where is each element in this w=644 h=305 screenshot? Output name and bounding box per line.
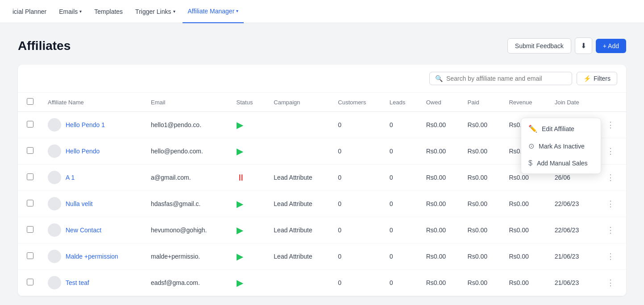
actions-cell: ⋮ — [594, 243, 626, 270]
row-checkbox[interactable] — [27, 279, 33, 285]
select-all-checkbox[interactable] — [27, 98, 33, 105]
context-menu-mark-inactive[interactable]: ⊙ Mark As Inactive — [521, 137, 601, 155]
row-checkbox[interactable] — [27, 252, 33, 259]
customers-cell: 0 — [331, 138, 382, 165]
status-cell: ▶ — [229, 138, 267, 165]
emails-chevron-icon: ▾ — [79, 9, 82, 14]
campaign-cell — [266, 112, 331, 138]
search-icon: 🔍 — [435, 75, 443, 82]
col-header-owed: Owed — [419, 93, 461, 112]
col-header-paid: Paid — [461, 93, 502, 112]
status-cell: ⏸ — [229, 165, 267, 191]
context-menu-add-sales[interactable]: $ Add Manual Sales — [521, 155, 601, 172]
paid-cell: Rs0.00 — [461, 138, 502, 165]
trigger-links-chevron-icon: ▾ — [173, 9, 175, 14]
table-toolbar: 🔍 ⚡ Filters — [18, 65, 626, 93]
table-wrapper: Affiliate Name Email Status Campaign Cus… — [18, 93, 626, 296]
revenue-cell: Rs0.00 — [502, 243, 547, 270]
nav-item-affiliate-manager[interactable]: Affiliate Manager ▾ — [183, 0, 244, 23]
revenue-cell: Rs0.00 — [502, 191, 547, 217]
owed-cell: Rs0.00 — [419, 270, 461, 296]
row-checkbox-cell — [18, 243, 41, 270]
col-header-join-date: Join Date — [548, 93, 595, 112]
leads-cell: 0 — [382, 191, 419, 217]
affiliate-name-link[interactable]: Hello Pendo 1 — [66, 121, 105, 128]
status-cell: ▶ — [229, 243, 267, 270]
customers-cell: 0 — [331, 112, 382, 138]
row-checkbox[interactable] — [27, 147, 33, 154]
avatar — [48, 250, 61, 263]
search-input[interactable] — [446, 75, 566, 82]
campaign-cell: Lead Attribute — [266, 243, 331, 270]
download-button[interactable]: ⬇ — [575, 37, 592, 54]
search-box[interactable]: 🔍 — [429, 72, 572, 85]
affiliate-name-link[interactable]: A 1 — [66, 174, 75, 181]
email-cell: eadsf@gma.com. — [144, 270, 229, 296]
context-menu: ✏️ Edit Affiliate ⊙ Mark As Inactive $ A… — [521, 118, 601, 174]
status-active-icon: ▶ — [237, 199, 243, 209]
status-cell: ▶ — [229, 217, 267, 243]
row-menu-button[interactable]: ⋮ — [602, 251, 619, 262]
status-active-icon: ▶ — [237, 278, 243, 288]
join-date-cell: 22/06/23 — [548, 191, 595, 217]
filters-button[interactable]: ⚡ Filters — [577, 72, 617, 85]
table-row: New Contact hevumono@gohigh. ▶ Lead Attr… — [18, 217, 626, 243]
download-icon: ⬇ — [581, 42, 586, 49]
paid-cell: Rs0.00 — [461, 112, 502, 138]
owed-cell: Rs0.00 — [419, 165, 461, 191]
status-cell: ▶ — [229, 270, 267, 296]
submit-feedback-button[interactable]: Submit Feedback — [507, 38, 571, 54]
affiliate-name-link[interactable]: Hello Pendo — [66, 148, 100, 155]
status-cell: ▶ — [229, 112, 267, 138]
affiliate-name-link[interactable]: New Contact — [66, 227, 101, 234]
nav-item-templates[interactable]: Templates — [89, 0, 128, 23]
col-header-affiliate-name: Affiliate Name — [41, 93, 144, 112]
affiliate-name-cell: A 1 — [41, 165, 144, 191]
filter-icon: ⚡ — [583, 75, 591, 82]
nav-item-social-planner[interactable]: icial Planner — [7, 0, 52, 23]
nav-item-trigger-links[interactable]: Trigger Links ▾ — [130, 0, 180, 23]
email-cell: hello1@pendo.co. — [144, 112, 229, 138]
row-checkbox[interactable] — [27, 173, 33, 180]
col-header-email: Email — [144, 93, 229, 112]
paid-cell: Rs0.00 — [461, 243, 502, 270]
status-paused-icon: ⏸ — [237, 173, 245, 182]
affiliate-name-cell: Hello Pendo — [41, 138, 144, 165]
revenue-cell: Rs0.00 — [502, 270, 547, 296]
add-sales-icon: $ — [528, 159, 532, 167]
status-cell: ▶ — [229, 191, 267, 217]
col-header-leads: Leads — [382, 93, 419, 112]
row-menu-button[interactable]: ⋮ — [602, 198, 619, 210]
top-nav: icial Planner Emails ▾ Templates Trigger… — [0, 0, 644, 23]
row-menu-button[interactable]: ⋮ — [602, 224, 619, 236]
status-active-icon: ▶ — [237, 120, 243, 130]
nav-item-emails[interactable]: Emails ▾ — [54, 0, 87, 23]
paid-cell: Rs0.00 — [461, 191, 502, 217]
row-menu-button[interactable]: ⋮ — [602, 277, 619, 289]
campaign-cell — [266, 138, 331, 165]
row-checkbox-cell — [18, 112, 41, 138]
context-menu-edit[interactable]: ✏️ Edit Affiliate — [521, 120, 601, 137]
table-header: Affiliate Name Email Status Campaign Cus… — [18, 93, 626, 112]
col-header-campaign: Campaign — [266, 93, 331, 112]
owed-cell: Rs0.00 — [419, 243, 461, 270]
affiliate-name-link[interactable]: Test teaf — [66, 279, 89, 286]
affiliate-name-link[interactable]: Malde +permission — [66, 253, 118, 260]
row-menu-button[interactable]: ⋮ — [602, 172, 619, 183]
row-menu-button[interactable]: ⋮ — [602, 119, 619, 131]
leads-cell: 0 — [382, 243, 419, 270]
affiliate-name-link[interactable]: Nulla velit — [66, 200, 93, 207]
header-checkbox-cell — [18, 93, 41, 112]
row-menu-button[interactable]: ⋮ — [602, 145, 619, 157]
avatar — [48, 144, 61, 158]
row-checkbox-cell — [18, 165, 41, 191]
add-button[interactable]: + Add — [596, 39, 626, 53]
row-checkbox[interactable] — [27, 121, 33, 128]
row-checkbox[interactable] — [27, 226, 33, 233]
row-checkbox[interactable] — [27, 200, 33, 206]
email-cell: hevumono@gohigh. — [144, 217, 229, 243]
avatar — [48, 276, 61, 289]
paid-cell: Rs0.00 — [461, 165, 502, 191]
table-row: Nulla velit hdasfas@gmail.c. ▶ Lead Attr… — [18, 191, 626, 217]
col-header-revenue: Revenue — [502, 93, 547, 112]
